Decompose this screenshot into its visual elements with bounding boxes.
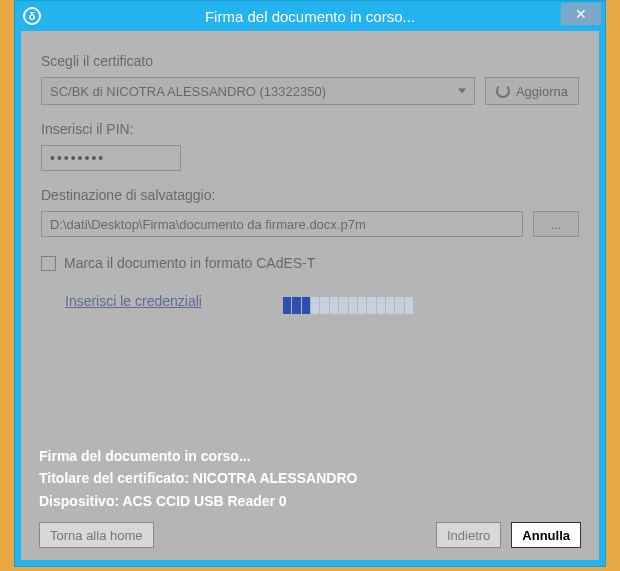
certificate-label: Scegli il certificato xyxy=(41,53,579,69)
progress-segment xyxy=(283,297,291,314)
timestamp-label: Marca il documento in formato CAdES-T xyxy=(64,255,315,271)
cancel-button[interactable]: Annulla xyxy=(511,522,581,548)
home-button[interactable]: Torna alla home xyxy=(39,522,154,548)
app-icon: δ xyxy=(23,7,41,25)
dialog-window: δ Firma del documento in corso... ✕ Sceg… xyxy=(14,0,606,567)
cert-holder-label: Titolare del certificato: xyxy=(39,470,193,486)
progress-segment xyxy=(395,297,403,314)
button-bar: Torna alla home Indietro Annulla xyxy=(39,522,581,548)
status-line-3: Dispositivo: ACS CCID USB Reader 0 xyxy=(39,490,581,512)
progress-segment xyxy=(311,297,319,314)
progress-segment xyxy=(349,297,357,314)
progress-segment xyxy=(302,297,310,314)
destination-label: Destinazione di salvataggio: xyxy=(41,187,579,203)
cert-holder-value: NICOTRA ALESSANDRO xyxy=(193,470,358,486)
certificate-select[interactable]: SC/BK di NICOTRA ALESSANDRO (13322350) xyxy=(41,77,475,105)
certificate-value: SC/BK di NICOTRA ALESSANDRO (13322350) xyxy=(50,84,326,99)
close-icon: ✕ xyxy=(575,6,587,22)
progress-segment xyxy=(339,297,347,314)
window-title: Firma del documento in corso... xyxy=(15,8,605,25)
status-line-2: Titolare del certificato: NICOTRA ALESSA… xyxy=(39,467,581,489)
timestamp-row: Marca il documento in formato CAdES-T xyxy=(41,255,579,271)
progress-segment xyxy=(292,297,300,314)
refresh-icon xyxy=(496,84,510,98)
titlebar: δ Firma del documento in corso... ✕ xyxy=(15,1,605,31)
progress-bar xyxy=(283,297,413,314)
pin-input[interactable] xyxy=(41,145,181,171)
status-line-1: Firma del documento in corso... xyxy=(39,445,581,467)
progress-segment xyxy=(358,297,366,314)
back-button[interactable]: Indietro xyxy=(436,522,501,548)
destination-input[interactable] xyxy=(41,211,523,237)
chevron-down-icon xyxy=(458,89,466,94)
status-area: Firma del documento in corso... Titolare… xyxy=(39,445,581,512)
progress-segment xyxy=(405,297,413,314)
progress-segment xyxy=(330,297,338,314)
progress-segment xyxy=(320,297,328,314)
pin-label: Inserisci il PIN: xyxy=(41,121,579,137)
refresh-label: Aggiorna xyxy=(516,84,568,99)
browse-button[interactable]: ... xyxy=(533,211,579,237)
timestamp-checkbox[interactable] xyxy=(41,256,56,271)
device-value: ACS CCID USB Reader 0 xyxy=(123,493,287,509)
close-button[interactable]: ✕ xyxy=(561,3,601,25)
progress-segment xyxy=(377,297,385,314)
client-area: Scegli il certificato SC/BK di NICOTRA A… xyxy=(21,31,599,560)
device-label: Dispositivo: xyxy=(39,493,123,509)
progress-segment xyxy=(386,297,394,314)
progress-segment xyxy=(367,297,375,314)
refresh-button[interactable]: Aggiorna xyxy=(485,77,579,105)
signing-form: Scegli il certificato SC/BK di NICOTRA A… xyxy=(41,53,579,309)
